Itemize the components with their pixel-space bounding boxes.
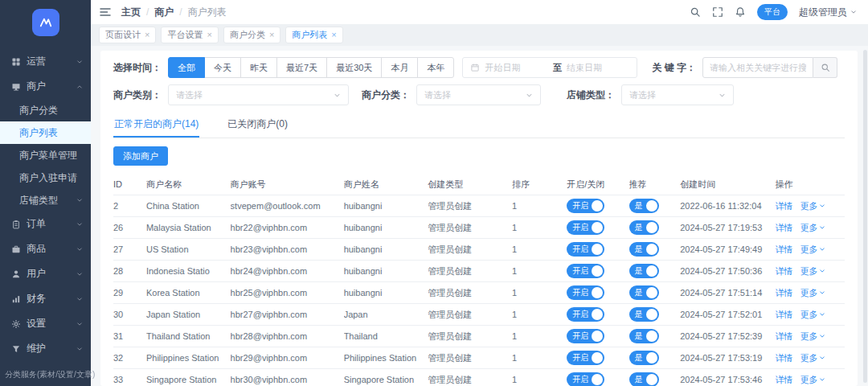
sidebar-item-finance[interactable]: 财务 <box>0 286 91 311</box>
collapse-sidebar-icon[interactable] <box>99 6 112 18</box>
toggle-label: 是 <box>635 244 643 255</box>
chevron-down-icon <box>850 9 857 15</box>
recommend-toggle[interactable]: 是 <box>629 242 659 257</box>
breadcrumb-item[interactable]: 商户列表 <box>188 6 227 19</box>
select-filter-row: 商户类别： 请选择 商户分类： 请选择 店铺类型： 请选择 <box>113 84 845 105</box>
sidebar-subitem-shop-type[interactable]: 店铺类型 <box>0 189 91 211</box>
more-link[interactable]: 更多 <box>800 222 825 234</box>
toggle-label: 开启 <box>572 222 588 233</box>
cell: 1 <box>512 244 567 254</box>
breadcrumb-item[interactable]: 商户 <box>154 6 174 19</box>
detail-link[interactable]: 详情 <box>775 287 792 299</box>
time-filter-button[interactable]: 最近7天 <box>276 57 327 78</box>
user-icon <box>11 269 21 279</box>
merchant-category-select[interactable]: 请选择 <box>168 84 349 105</box>
time-filter-button[interactable]: 全部 <box>168 57 205 78</box>
detail-link[interactable]: 详情 <box>775 265 792 277</box>
search-icon[interactable] <box>690 6 701 18</box>
close-icon[interactable]: × <box>269 31 274 39</box>
recommend-toggle[interactable]: 是 <box>629 329 659 343</box>
status-toggle[interactable]: 开启 <box>567 372 604 386</box>
close-icon[interactable]: × <box>207 31 211 39</box>
add-merchant-button[interactable]: 添加商户 <box>113 146 168 166</box>
recommend-toggle[interactable]: 是 <box>629 199 659 213</box>
detail-link[interactable]: 详情 <box>775 222 792 234</box>
cell: 管理员创建 <box>428 352 512 364</box>
sidebar-subitem-merchant-list[interactable]: 商户列表 <box>0 121 91 144</box>
sidebar-item-goods[interactable]: 商品 <box>0 236 91 261</box>
time-filter-button[interactable]: 昨天 <box>240 57 277 78</box>
more-link[interactable]: 更多 <box>800 244 825 256</box>
app-logo[interactable] <box>0 0 91 49</box>
sidebar-subitem-merchant-category[interactable]: 商户分类 <box>0 99 91 121</box>
breadcrumb-item[interactable]: 主页 <box>121 6 141 19</box>
sidebar-item-settings[interactable]: 设置 <box>0 311 91 336</box>
time-filter-button[interactable]: 本年 <box>417 57 454 78</box>
bell-icon[interactable] <box>735 6 746 18</box>
sidebar-item-maintenance[interactable]: 维护 <box>0 336 91 361</box>
sidebar-item-label: 商户 <box>27 80 76 93</box>
more-link[interactable]: 更多 <box>800 265 825 277</box>
sidebar-item-operations[interactable]: 运营 <box>0 49 91 74</box>
toggle-label: 开启 <box>572 265 588 277</box>
toggle-label: 开启 <box>572 331 588 342</box>
shop-type-select[interactable]: 请选择 <box>621 84 734 105</box>
close-icon[interactable]: × <box>145 31 149 39</box>
status-toggle[interactable]: 开启 <box>567 351 604 365</box>
user-menu[interactable]: 超级管理员 <box>799 6 857 19</box>
date-range-picker[interactable]: 开始日期 至 结束日期 <box>462 57 637 78</box>
keyword-input[interactable] <box>702 57 813 78</box>
nav-tag-merchant-category[interactable]: 商户分类× <box>223 27 280 43</box>
cell: US Station <box>146 244 231 254</box>
more-link[interactable]: 更多 <box>800 374 825 386</box>
recommend-toggle[interactable]: 是 <box>629 351 659 365</box>
status-toggle[interactable]: 开启 <box>567 199 604 213</box>
recommend-toggle[interactable]: 是 <box>629 372 659 386</box>
status-toggle[interactable]: 开启 <box>567 307 604 322</box>
scrollbar[interactable] <box>863 50 867 383</box>
detail-link[interactable]: 详情 <box>775 200 792 212</box>
more-link[interactable]: 更多 <box>800 200 825 212</box>
detail-link[interactable]: 详情 <box>775 374 792 386</box>
detail-link[interactable]: 详情 <box>775 352 792 364</box>
status-toggle[interactable]: 开启 <box>567 220 604 235</box>
more-link[interactable]: 更多 <box>800 309 825 321</box>
nav-tag-page-design[interactable]: 页面设计× <box>99 27 156 43</box>
detail-link[interactable]: 详情 <box>775 244 792 256</box>
column-header: 推荐 <box>629 179 681 191</box>
tab-closed-merchants[interactable]: 已关闭商户(0) <box>227 112 289 138</box>
close-icon[interactable]: × <box>331 31 336 39</box>
sidebar-subitem-merchant-apply[interactable]: 商户入驻申请 <box>0 166 91 189</box>
sidebar-item-users[interactable]: 用户 <box>0 261 91 286</box>
time-filter-button[interactable]: 本月 <box>381 57 418 78</box>
nav-tag-platform-settings[interactable]: 平台设置× <box>161 27 218 43</box>
more-link[interactable]: 更多 <box>800 331 825 343</box>
merchant-classify-select[interactable]: 请选择 <box>416 84 541 105</box>
keyword-search-button[interactable] <box>813 57 837 78</box>
more-link[interactable]: 更多 <box>800 287 825 299</box>
cell: hbr25@viphbn.com <box>231 288 344 298</box>
status-toggle[interactable]: 开启 <box>567 242 604 257</box>
calendar-icon <box>470 63 480 72</box>
sidebar-footer-link[interactable]: 分类服务(素材/设置/文章) <box>0 361 91 380</box>
nav-tag-merchant-list[interactable]: 商户列表× <box>285 27 342 43</box>
cell: 1 <box>512 288 567 298</box>
status-toggle[interactable]: 开启 <box>567 285 604 300</box>
recommend-toggle[interactable]: 是 <box>629 307 659 322</box>
sidebar-subitem-merchant-menu[interactable]: 商户菜单管理 <box>0 144 91 166</box>
status-toggle[interactable]: 开启 <box>567 329 604 343</box>
fullscreen-icon[interactable] <box>712 6 723 18</box>
cell: 管理员创建 <box>428 331 512 343</box>
time-filter-button[interactable]: 今天 <box>204 57 241 78</box>
recommend-toggle[interactable]: 是 <box>629 285 659 300</box>
time-filter-button[interactable]: 最近30天 <box>326 57 382 78</box>
recommend-toggle[interactable]: 是 <box>629 220 659 235</box>
recommend-toggle[interactable]: 是 <box>629 264 659 278</box>
tab-open-merchants[interactable]: 正常开启的商户(14) <box>113 112 199 138</box>
status-toggle[interactable]: 开启 <box>567 264 604 278</box>
detail-link[interactable]: 详情 <box>775 331 792 343</box>
detail-link[interactable]: 详情 <box>775 309 792 321</box>
more-link[interactable]: 更多 <box>800 352 825 364</box>
sidebar-item-orders[interactable]: 订单 <box>0 211 91 236</box>
sidebar-item-merchant[interactable]: 商户 <box>0 74 91 99</box>
